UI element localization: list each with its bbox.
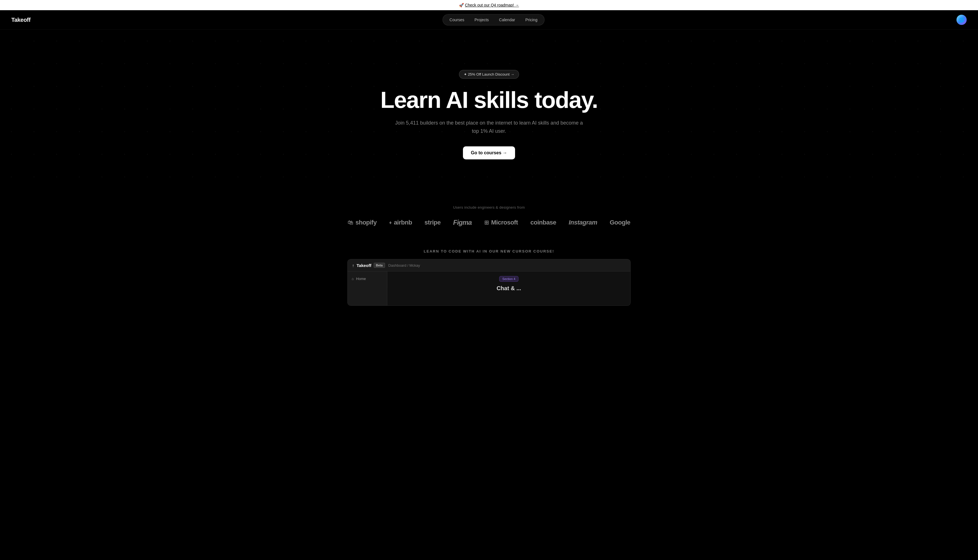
microsoft-label: Microsoft <box>491 219 518 226</box>
social-proof-text: Users include engineers & designers from <box>453 205 525 210</box>
nav-link-pricing[interactable]: Pricing <box>521 16 542 24</box>
nav-logo: Takeoff <box>11 17 30 23</box>
go-to-courses-button[interactable]: Go to courses → <box>463 147 515 159</box>
beta-badge: Beta <box>374 263 385 268</box>
brand-instagram: Instagram <box>568 219 597 226</box>
learn-section-label: LEARN TO CODE WITH AI IN OUR NEW CURSOR … <box>6 249 972 253</box>
dashboard-top-bar: ↑ Takeoff Beta Dashboard / Mckay <box>348 259 630 272</box>
dashboard-logo: ↑ Takeoff Beta <box>352 263 385 268</box>
nav-links: Courses Projects Calendar Pricing <box>443 14 545 25</box>
airbnb-icon: ♦ <box>389 220 391 226</box>
section-chip: Section 4 <box>499 276 518 282</box>
dashboard-preview: ↑ Takeoff Beta Dashboard / Mckay ⌂ Home … <box>347 259 631 306</box>
shopify-icon: 🛍 <box>348 219 353 226</box>
nav-link-courses[interactable]: Courses <box>445 16 469 24</box>
discount-badge[interactable]: ✦ 25% Off Launch Discount → <box>459 70 519 79</box>
breadcrumb: Dashboard / Mckay <box>388 263 420 268</box>
home-icon: ⌂ <box>351 277 354 281</box>
dashboard-content-title: Chat & ... <box>392 285 626 292</box>
brand-logos-row: 🛍 shopify ♦ airbnb stripe Figma ⊞ Micros… <box>348 218 630 227</box>
brand-google: Google <box>610 219 630 226</box>
airbnb-label: airbnb <box>394 219 412 226</box>
dashboard-logo-text: Takeoff <box>357 263 371 268</box>
announcement-bar[interactable]: 🚀 Check out our Q4 roadmap! → <box>0 0 978 10</box>
brand-figma: Figma <box>453 218 472 227</box>
dashboard-body: ⌂ Home Section 4 Chat & ... <box>348 272 630 305</box>
brand-airbnb: ♦ airbnb <box>389 219 412 226</box>
figma-label: Figma <box>453 218 472 227</box>
brand-coinbase: coinbase <box>530 219 556 226</box>
learn-section: LEARN TO CODE WITH AI IN OUR NEW CURSOR … <box>0 232 978 306</box>
coinbase-label: coinbase <box>530 219 556 226</box>
brand-stripe: stripe <box>425 219 441 226</box>
user-avatar[interactable]: 🌐 <box>956 15 967 25</box>
announcement-link[interactable]: Check out our Q4 roadmap! → <box>465 3 519 7</box>
sidebar-home-label: Home <box>356 277 366 281</box>
google-label: Google <box>610 219 630 226</box>
dashboard-main: Section 4 Chat & ... <box>387 272 630 305</box>
dashboard-logo-arrow: ↑ <box>352 263 354 268</box>
dashboard-sidebar: ⌂ Home <box>348 272 387 305</box>
brand-shopify: 🛍 shopify <box>348 219 376 226</box>
instagram-label: Instagram <box>568 219 597 226</box>
brand-microsoft: ⊞ Microsoft <box>484 219 518 226</box>
hero-subtitle: Join 5,411 builders on the best place on… <box>393 119 585 135</box>
stripe-label: stripe <box>425 219 441 226</box>
hero-section: ✦ 25% Off Launch Discount → Learn AI ski… <box>0 30 978 194</box>
hero-title: Learn AI skills today. <box>380 88 597 112</box>
nav-link-projects[interactable]: Projects <box>470 16 493 24</box>
microsoft-icon: ⊞ <box>484 219 489 226</box>
nav-link-calendar[interactable]: Calendar <box>494 16 520 24</box>
shopify-label: shopify <box>356 219 377 226</box>
sidebar-item-home[interactable]: ⌂ Home <box>348 274 387 283</box>
social-proof-section: Users include engineers & designers from… <box>0 194 978 232</box>
nav: Takeoff Courses Projects Calendar Pricin… <box>0 10 978 30</box>
